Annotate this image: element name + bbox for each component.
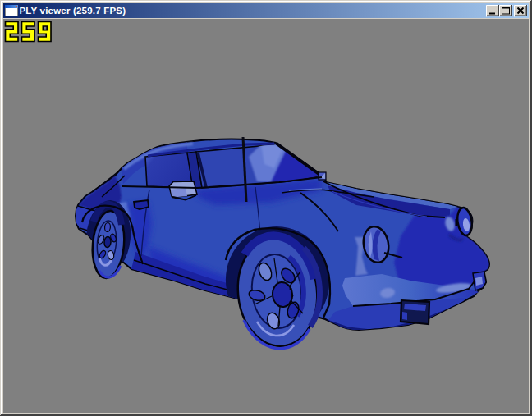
svg-text:PLY viewer (259.7 FPS): PLY viewer (259.7 FPS) — [20, 6, 126, 16]
